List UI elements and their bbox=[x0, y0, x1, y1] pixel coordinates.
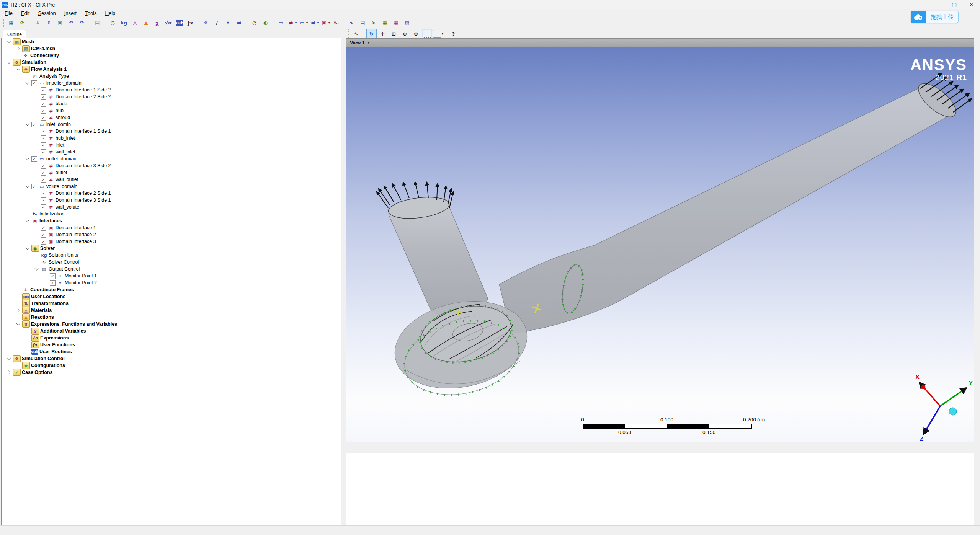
output-control-button[interactable]: ▤ bbox=[358, 18, 368, 28]
tree-item-blade[interactable]: ✓⇄blade bbox=[2, 100, 341, 107]
material-button[interactable]: ◬ bbox=[130, 18, 140, 28]
tree-item-user-functions[interactable]: ƒxUser Functions bbox=[2, 341, 341, 348]
analysis-type-button[interactable]: ◷ bbox=[108, 18, 118, 28]
tree-item-simulation-control[interactable]: ❖Simulation Control bbox=[2, 355, 341, 362]
tree-checkbox[interactable]: ✓ bbox=[41, 170, 46, 176]
expander-open-icon[interactable] bbox=[25, 156, 30, 161]
tree-item-hub-inlet[interactable]: ✓⇄hub_inlet bbox=[2, 135, 341, 142]
netdisk-upload-button[interactable]: 拖拽上传 bbox=[911, 11, 959, 23]
tree-item-impeller-domain[interactable]: ✓▭impeller_domain bbox=[2, 80, 341, 86]
tree-item-user-locations[interactable]: ooUser Locations bbox=[2, 293, 341, 300]
tree-item-hub[interactable]: ✓⇄hub bbox=[2, 107, 341, 114]
expander-open-icon[interactable] bbox=[25, 80, 30, 86]
outline-tab[interactable]: Outline bbox=[3, 30, 26, 39]
execution-control-button[interactable]: ➤ bbox=[369, 18, 379, 28]
tree-item-expressions[interactable]: √αExpressions bbox=[2, 334, 341, 341]
restore-button[interactable]: ▢ bbox=[946, 0, 963, 9]
tree-item-domain-interface-1-side-2[interactable]: ✓⇄Domain Interface 1 Side 2 bbox=[2, 86, 341, 93]
tree-checkbox[interactable]: ✓ bbox=[41, 115, 46, 121]
tree-item-solution-units[interactable]: kgSolution Units bbox=[2, 252, 341, 259]
dropdown-arrow-icon[interactable]: ▾ bbox=[295, 21, 297, 24]
tree-item-domain-interface-2[interactable]: ✓▣Domain Interface 2 bbox=[2, 231, 341, 238]
view-tab-dropdown-icon[interactable]: ▼ bbox=[367, 41, 371, 45]
inlet-pipe[interactable] bbox=[387, 194, 488, 316]
expression-button[interactable]: √α bbox=[163, 18, 173, 28]
tree-item-interfaces[interactable]: ▣Interfaces bbox=[2, 217, 341, 224]
menu-help[interactable]: Help bbox=[101, 10, 119, 16]
domain-button[interactable]: ▭ bbox=[276, 18, 286, 28]
tree-item-domain-interface-2-side-1[interactable]: ✓⇄Domain Interface 2 Side 1 bbox=[2, 190, 341, 197]
tree-item-configurations[interactable]: ◆Configurations bbox=[2, 362, 341, 369]
tree-item-monitor-point-2[interactable]: ✓✦Monitor Point 2 bbox=[2, 279, 341, 286]
tree-checkbox[interactable]: ✓ bbox=[41, 197, 46, 203]
snapshot-button[interactable]: ▣ bbox=[55, 18, 65, 28]
tree-item-wall-volute[interactable]: ✓⇄wall_volute bbox=[2, 204, 341, 210]
message-panel[interactable] bbox=[346, 453, 974, 525]
expander-open-icon[interactable] bbox=[25, 246, 30, 251]
tree-item-coordinate-frames[interactable]: ⊥Coordinate Frames bbox=[2, 286, 341, 293]
outlet-pipe[interactable] bbox=[499, 78, 961, 333]
tree-checkbox[interactable]: ✓ bbox=[41, 101, 46, 107]
tree-checkbox[interactable]: ✓ bbox=[41, 225, 46, 231]
tree-item-analysis-type[interactable]: ◷Analysis Type bbox=[2, 73, 341, 80]
tree-checkbox[interactable]: ✓ bbox=[41, 177, 46, 183]
tree-checkbox[interactable]: ✓ bbox=[50, 273, 56, 279]
tree-checkbox[interactable]: ✓ bbox=[41, 94, 46, 100]
menu-tools[interactable]: Tools bbox=[81, 10, 100, 16]
tree-checkbox[interactable]: ✓ bbox=[41, 135, 46, 141]
reload-case-button[interactable]: ⟳ bbox=[17, 18, 28, 28]
user-routine-button[interactable]: sub bbox=[174, 18, 185, 28]
expander-open-icon[interactable] bbox=[25, 122, 30, 127]
redo-button[interactable]: ↷ bbox=[77, 18, 87, 28]
turbo-mode-button[interactable]: ❖ bbox=[201, 18, 211, 28]
tree-item-user-routines[interactable]: subUser Routines bbox=[2, 348, 341, 355]
tree-item-domain-interface-3-side-1[interactable]: ✓⇄Domain Interface 3 Side 1 bbox=[2, 197, 341, 204]
tree-item-shroud[interactable]: ✓⇄shroud bbox=[2, 114, 341, 121]
dropdown-arrow-icon[interactable]: ▾ bbox=[328, 21, 330, 24]
tree-item-domain-interface-1-side-1[interactable]: ✓⇄Domain Interface 1 Side 1 bbox=[2, 128, 341, 135]
menu-edit[interactable]: Edit bbox=[17, 10, 33, 16]
expander-open-icon[interactable] bbox=[7, 356, 12, 361]
tree-item-solver-control[interactable]: ∿Solver Control bbox=[2, 259, 341, 266]
zoom-all-button[interactable]: ⊛ bbox=[411, 29, 421, 39]
expander-closed-icon[interactable] bbox=[16, 46, 21, 51]
zoom-box-button[interactable]: ⊞ bbox=[389, 29, 399, 39]
table-button[interactable]: ▦ bbox=[391, 18, 401, 28]
dropdown-arrow-icon[interactable]: ▾ bbox=[442, 32, 443, 36]
expander-open-icon[interactable] bbox=[34, 266, 39, 272]
monitor-definition-button[interactable]: ▦ bbox=[380, 18, 390, 28]
tree-item-domain-interface-1[interactable]: ✓▣Domain Interface 1 bbox=[2, 224, 341, 231]
menu-insert[interactable]: Insert bbox=[60, 10, 81, 16]
timestep-button[interactable]: ◔ bbox=[249, 18, 260, 28]
tree-item-monitor-point-1[interactable]: ✓✦Monitor Point 1 bbox=[2, 272, 341, 279]
additional-variable-button[interactable]: χ bbox=[152, 18, 162, 28]
tree-item-domain-interface-3[interactable]: ✓▣Domain Interface 3 bbox=[2, 238, 341, 245]
tree-item-outlet[interactable]: ✓⇄outlet bbox=[2, 169, 341, 176]
initialization-button[interactable]: t₀ bbox=[331, 18, 341, 28]
tree-checkbox[interactable]: ✓ bbox=[41, 232, 46, 238]
tree-checkbox[interactable]: ✓ bbox=[41, 149, 46, 155]
tree-checkbox[interactable]: ✓ bbox=[31, 184, 37, 189]
tree-item-connectivity[interactable]: ❖Connectivity bbox=[2, 52, 341, 59]
tree-checkbox[interactable]: ✓ bbox=[41, 204, 46, 210]
tree-checkbox[interactable]: ✓ bbox=[41, 108, 46, 114]
tree-item-outlet-domian[interactable]: ✓▭outlet_domian bbox=[2, 155, 341, 162]
expander-open-icon[interactable] bbox=[7, 39, 12, 44]
expander-open-icon[interactable] bbox=[7, 60, 12, 65]
boundary-button[interactable]: ⇄▾ bbox=[287, 18, 297, 28]
tree-checkbox[interactable]: ✓ bbox=[31, 80, 37, 86]
tree-checkbox[interactable]: ✓ bbox=[41, 129, 46, 134]
tree-checkbox[interactable]: ✓ bbox=[41, 191, 46, 196]
tree-checkbox[interactable]: ✓ bbox=[41, 142, 46, 148]
tree-item-simulation[interactable]: ❖Simulation bbox=[2, 59, 341, 66]
menu-file[interactable]: File bbox=[1, 10, 16, 16]
tree-item-domain-interface-3-side-2[interactable]: ✓⇄Domain Interface 3 Side 2 bbox=[2, 162, 341, 169]
tree-checkbox[interactable]: ✓ bbox=[41, 239, 46, 245]
tree-checkbox[interactable]: ✓ bbox=[31, 122, 37, 127]
zoom-in-button[interactable]: ⊕ bbox=[400, 29, 410, 39]
tree-item-volute-domain[interactable]: ✓▭volute_domain bbox=[2, 183, 341, 190]
tree-item-transformations[interactable]: ⇅Transformations bbox=[2, 300, 341, 307]
undo-button[interactable]: ↶ bbox=[66, 18, 76, 28]
tree-item-output-control[interactable]: ▤Output Control bbox=[2, 266, 341, 272]
tree-checkbox[interactable]: ✓ bbox=[50, 280, 56, 286]
